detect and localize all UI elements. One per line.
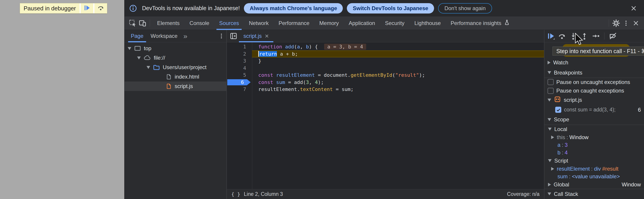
folder-icon: [153, 64, 160, 71]
code-line-5[interactable]: 5const resultElement = document.getEleme…: [227, 72, 544, 79]
chevron-right-icon[interactable]: [551, 135, 554, 139]
code-editor[interactable]: 1function add(a, b) {a = 3, b = 42return…: [227, 42, 544, 189]
tab-application[interactable]: Application: [344, 17, 380, 30]
navigator-tab-workspace[interactable]: Workspace: [147, 30, 181, 42]
coverage-label: Coverage: n/a: [507, 191, 540, 197]
resume-script-button[interactable]: [546, 31, 556, 41]
line-number-7[interactable]: 7: [227, 86, 252, 93]
chevron-down-icon[interactable]: [128, 47, 131, 50]
always-match-language-button[interactable]: Always match Chrome's language: [244, 3, 343, 14]
dont-show-again-button[interactable]: Don't show again: [438, 3, 492, 14]
line-number-5[interactable]: 5: [227, 72, 252, 79]
tree-item-label: Users/user/project: [163, 64, 206, 70]
tree-item-users-user-project[interactable]: Users/user/project: [124, 63, 226, 72]
scope-section-header[interactable]: Scope: [544, 115, 644, 124]
code-line-6[interactable]: 6const sum = add(3, 4);: [227, 79, 544, 86]
tab-security[interactable]: Security: [380, 17, 410, 30]
breakpoints-label: Breakpoints: [554, 70, 582, 76]
watch-section-header[interactable]: Watch: [544, 58, 644, 68]
debugger-toolbar-divider: [604, 33, 604, 40]
breakpoint-group-header[interactable]: script.js: [544, 95, 644, 105]
tab-performance[interactable]: Performance: [274, 17, 314, 30]
scope-var-a[interactable]: a: 3: [544, 141, 644, 149]
step-over-button[interactable]: [557, 31, 567, 41]
breakpoint-entry-row[interactable]: const sum = add(3, 4); 6: [544, 105, 644, 115]
scope-var-sum[interactable]: sum: <value unavailable>: [544, 173, 644, 180]
more-tabs-chevron[interactable]: »: [181, 33, 190, 40]
tree-item-file-[interactable]: file://: [124, 53, 226, 63]
code-line-7[interactable]: 7resultElement.textContent = sum;: [227, 86, 544, 93]
chevron-down-icon[interactable]: [548, 128, 552, 131]
tab-network[interactable]: Network: [244, 17, 274, 30]
breakpoint-marker[interactable]: 6: [227, 79, 251, 86]
scope-var-this[interactable]: this: Window: [544, 133, 644, 141]
infobar-close-button[interactable]: [629, 3, 638, 13]
code-line-3[interactable]: 3}: [227, 57, 544, 65]
code-line-1[interactable]: 1function add(a, b) {a = 3, b = 4: [227, 43, 544, 50]
inspect-element-icon[interactable]: [128, 18, 138, 28]
tree-item-script-js[interactable]: script.js: [124, 82, 226, 91]
chevron-right-icon[interactable]: [548, 183, 551, 186]
code-line-2[interactable]: 2return a + b;: [227, 50, 544, 58]
switch-devtools-japanese-button[interactable]: Switch DevTools to Japanese: [347, 3, 434, 14]
device-toolbar-icon[interactable]: [138, 18, 148, 28]
editor-tab-close-icon[interactable]: ×: [265, 33, 269, 39]
deactivate-breakpoints-button[interactable]: [608, 31, 618, 41]
chevron-down-icon: [548, 118, 551, 121]
scope-var-value: #result: [602, 166, 618, 172]
resume-script-button[interactable]: [81, 3, 93, 13]
code-token: add: [285, 44, 294, 50]
step-button[interactable]: [591, 31, 600, 41]
line-number-3[interactable]: 3: [227, 57, 252, 65]
tab-elements[interactable]: Elements: [152, 17, 184, 30]
pause-uncaught-checkbox[interactable]: [548, 79, 554, 85]
breakpoint-checkbox[interactable]: [555, 107, 561, 113]
scope-var-resultElement[interactable]: resultElement: div#result: [544, 165, 644, 173]
devtools-close-button[interactable]: [631, 18, 641, 28]
editor-tab-scriptjs[interactable]: script.js ×: [238, 30, 274, 42]
tab-memory[interactable]: Memory: [314, 17, 344, 30]
code-line-4[interactable]: 4: [227, 65, 544, 72]
scope-body: Localthis: Windowa: 3b: 4ScriptresultEle…: [544, 125, 644, 189]
editor-tabstrip: script.js ×: [227, 30, 544, 42]
line-number-1[interactable]: 1: [227, 43, 252, 50]
scope-section-value: Window: [622, 181, 641, 188]
tab-console[interactable]: Console: [184, 17, 214, 30]
debugger-toolbar: [544, 30, 644, 42]
chevron-right-icon[interactable]: [551, 167, 554, 171]
tab-lighthouse[interactable]: Lighthouse: [409, 17, 446, 30]
call-stack-section-header[interactable]: Call Stack: [544, 189, 644, 199]
chevron-down-icon[interactable]: [548, 159, 552, 162]
line-number-4[interactable]: 4: [227, 65, 252, 72]
chevron-down-icon[interactable]: [137, 57, 141, 59]
settings-gear-icon[interactable]: [611, 18, 621, 28]
pause-caught-checkbox[interactable]: [548, 88, 554, 94]
pause-uncaught-row[interactable]: Pause on uncaught exceptions: [544, 78, 644, 86]
tab-label: Elements: [157, 20, 180, 26]
line-number-6[interactable]: 6: [227, 79, 252, 86]
hide-navigator-icon[interactable]: [228, 31, 238, 41]
scope-var-b[interactable]: b: 4: [544, 149, 644, 156]
tree-item-top[interactable]: top: [124, 44, 226, 53]
chevron-down-icon[interactable]: [146, 66, 150, 69]
tree-item-index-html[interactable]: index.html: [124, 72, 226, 82]
scope-section-global[interactable]: GlobalWindow: [544, 180, 644, 189]
scope-var-value: div: [594, 166, 601, 172]
code-line-content: [252, 65, 544, 72]
scope-section-script[interactable]: Script: [544, 156, 644, 165]
tree-item-label: script.js: [175, 83, 193, 89]
navigator-tab-page[interactable]: Page: [127, 30, 147, 42]
scope-section-label: Script: [554, 158, 568, 164]
navigator-kebab-icon[interactable]: [216, 31, 226, 41]
tab-sources[interactable]: Sources: [214, 17, 244, 30]
step-over-button-banner[interactable]: [94, 3, 107, 13]
more-options-kebab-icon[interactable]: [621, 18, 631, 28]
tab-performance-insights[interactable]: Performance insights: [446, 17, 515, 30]
scope-section-local[interactable]: Local: [544, 125, 644, 133]
pause-caught-row[interactable]: Pause on caught exceptions: [544, 86, 644, 95]
tree-item-label: top: [144, 45, 151, 52]
breakpoints-section-header[interactable]: Breakpoints: [544, 68, 644, 77]
line-number-2[interactable]: 2: [227, 50, 252, 58]
code-token: [273, 72, 276, 78]
pretty-print-icon[interactable]: { }: [231, 191, 240, 197]
